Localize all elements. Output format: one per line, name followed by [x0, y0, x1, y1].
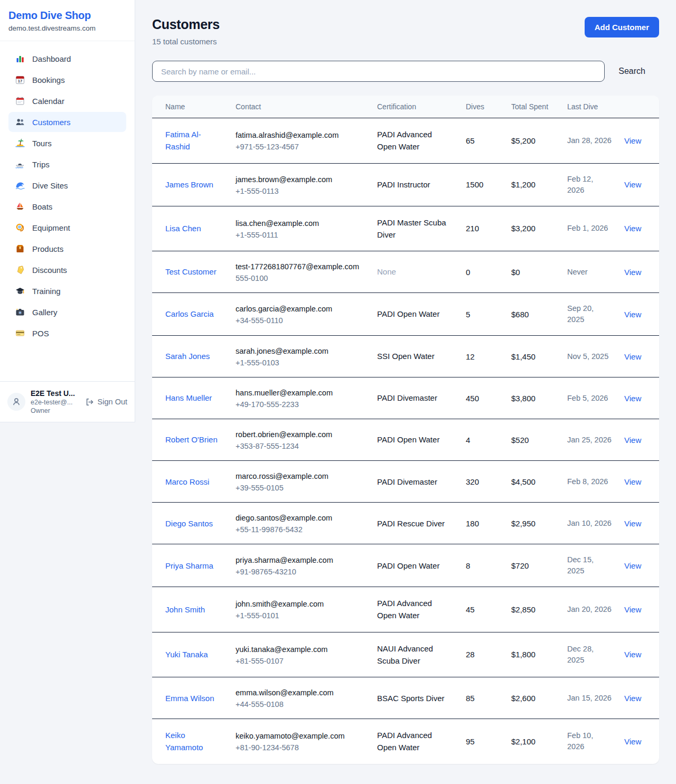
sidebar-item-dive-sites[interactable]: Dive Sites: [8, 175, 126, 195]
customer-email: priya.sharma@example.com: [236, 555, 364, 566]
sidebar-item-label: Dashboard: [32, 54, 71, 63]
customer-name-link[interactable]: Hans Mueller: [165, 392, 212, 404]
view-customer-link[interactable]: View: [624, 268, 641, 277]
customer-last-dive: Feb 12, 2026: [561, 163, 618, 206]
bar-chart-icon: [15, 54, 25, 63]
search-input[interactable]: [152, 61, 605, 82]
view-customer-link[interactable]: View: [624, 737, 641, 746]
sidebar-item-label: Dive Sites: [32, 181, 68, 190]
customer-total-spent: $1,800: [505, 632, 561, 677]
table-row: Emma Wilsonemma.wilson@example.com+44-55…: [152, 677, 659, 719]
sidebar-item-discounts[interactable]: Discounts: [8, 260, 126, 280]
people-icon: [15, 117, 25, 127]
customer-total-spent: $720: [505, 544, 561, 587]
camera-icon: [15, 307, 25, 317]
customer-phone: 555-0100: [236, 274, 364, 282]
view-customer-link[interactable]: View: [624, 694, 641, 703]
sidebar-item-label: POS: [32, 329, 49, 338]
package-icon: [15, 244, 25, 253]
customer-total-spent: $3,200: [505, 206, 561, 251]
view-customer-link[interactable]: View: [624, 650, 641, 659]
sidebar-item-label: Tours: [32, 139, 52, 148]
speedboat-icon: [15, 159, 25, 169]
customer-certification: PADI Instructor: [377, 178, 430, 191]
brand: Demo Dive Shop demo.test.divestreams.com: [0, 0, 135, 41]
sidebar-item-calendar[interactable]: Calendar: [8, 91, 126, 111]
table-body: Fatima Al-Rashidfatima.alrashid@example.…: [152, 118, 659, 764]
view-customer-link[interactable]: View: [624, 605, 641, 614]
customer-name-link[interactable]: Sarah Jones: [165, 350, 210, 362]
sidebar-item-label: Bookings: [32, 75, 65, 84]
customer-dives: 0: [459, 251, 505, 293]
customer-total-spent: $5,200: [505, 118, 561, 164]
sidebar-item-label: Products: [32, 244, 63, 253]
customer-email: marco.rossi@example.com: [236, 471, 364, 482]
view-customer-link[interactable]: View: [624, 519, 641, 528]
customer-name-link[interactable]: Yuki Tanaka: [165, 648, 208, 660]
customer-name-link[interactable]: Marco Rossi: [165, 476, 209, 488]
customer-name-link[interactable]: Keiko Yamamoto: [165, 729, 223, 754]
customer-name-link[interactable]: Robert O'Brien: [165, 433, 218, 446]
customer-certification: PADI Divemaster: [377, 392, 437, 404]
customer-name-link[interactable]: Test Customer: [165, 266, 217, 278]
customer-certification: PADI Open Water: [377, 560, 439, 572]
customer-name-link[interactable]: James Brown: [165, 178, 213, 191]
customer-certification: PADI Advanced Open Water: [377, 597, 453, 622]
customer-name-link[interactable]: Lisa Chen: [165, 222, 201, 234]
customer-last-dive: Dec 15, 2025: [561, 544, 618, 587]
calendar-date-icon: 17: [15, 75, 25, 84]
tag-icon: [15, 265, 25, 275]
customer-last-dive: Jan 28, 2026: [561, 118, 618, 164]
view-customer-link[interactable]: View: [624, 180, 641, 189]
sidebar-item-equipment[interactable]: Equipment: [8, 218, 126, 238]
customer-email: hans.mueller@example.com: [236, 388, 364, 399]
view-customer-link[interactable]: View: [624, 561, 641, 570]
view-customer-link[interactable]: View: [624, 394, 641, 403]
sidebar-item-pos[interactable]: POS: [8, 323, 126, 343]
sidebar-item-bookings[interactable]: 17Bookings: [8, 70, 126, 90]
sidebar-item-customers[interactable]: Customers: [8, 112, 126, 132]
view-customer-link[interactable]: View: [624, 310, 641, 319]
sidebar-item-boats[interactable]: Boats: [8, 196, 126, 216]
customer-email: robert.obrien@example.com: [236, 429, 364, 440]
table-row: Hans Muellerhans.mueller@example.com+49-…: [152, 377, 659, 419]
customer-certification: PADI Divemaster: [377, 476, 437, 488]
view-customer-link[interactable]: View: [624, 477, 641, 486]
customer-email: keiko.yamamoto@example.com: [236, 731, 364, 742]
sign-out-button[interactable]: Sign Out: [85, 398, 127, 407]
customer-total-spent: $2,950: [505, 503, 561, 544]
customer-name-link[interactable]: Emma Wilson: [165, 692, 214, 704]
sidebar-item-dashboard[interactable]: Dashboard: [8, 49, 126, 69]
sidebar-item-products[interactable]: Products: [8, 239, 126, 259]
sailboat-icon: [15, 202, 25, 211]
customer-email: james.brown@example.com: [236, 174, 364, 185]
search-button[interactable]: Search: [605, 62, 659, 80]
table-row: Fatima Al-Rashidfatima.alrashid@example.…: [152, 118, 659, 164]
customer-name-link[interactable]: Diego Santos: [165, 517, 213, 530]
sidebar-item-tours[interactable]: Tours: [8, 133, 126, 153]
view-customer-link[interactable]: View: [624, 436, 641, 445]
user-name: E2E Test U...: [31, 389, 80, 398]
column-header-certification: Certification: [371, 96, 459, 118]
customer-name-link[interactable]: John Smith: [165, 603, 205, 616]
sidebar: Demo Dive Shop demo.test.divestreams.com…: [0, 0, 135, 422]
view-customer-link[interactable]: View: [624, 224, 641, 233]
add-customer-button[interactable]: Add Customer: [585, 17, 659, 37]
customer-name-link[interactable]: Priya Sharma: [165, 560, 213, 572]
table-row: Priya Sharmapriya.sharma@example.com+91-…: [152, 544, 659, 587]
sidebar-item-training[interactable]: Training: [8, 281, 126, 301]
customer-total-spent: $1,450: [505, 336, 561, 377]
sidebar-item-gallery[interactable]: Gallery: [8, 302, 126, 322]
view-customer-link[interactable]: View: [624, 136, 641, 145]
customer-last-dive: Jan 10, 2026: [561, 503, 618, 544]
customer-name-link[interactable]: Fatima Al-Rashid: [165, 128, 223, 153]
customer-total-spent: $4,500: [505, 461, 561, 503]
customer-last-dive: Sep 20, 2025: [561, 293, 618, 336]
customer-total-spent: $1,200: [505, 163, 561, 206]
sidebar-item-trips[interactable]: Trips: [8, 154, 126, 174]
column-header-actions: [618, 96, 659, 118]
customer-name-link[interactable]: Carlos Garcia: [165, 308, 214, 320]
person-icon: [12, 397, 21, 407]
view-customer-link[interactable]: View: [624, 352, 641, 361]
table-row: John Smithjohn.smith@example.com+1-555-0…: [152, 587, 659, 632]
